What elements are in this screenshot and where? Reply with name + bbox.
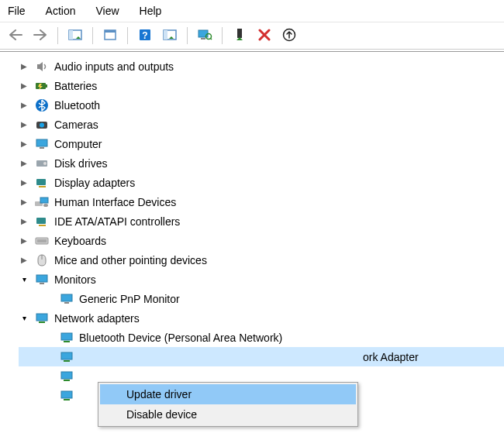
chevron-down-icon: ▾ xyxy=(19,313,29,324)
forward-button[interactable] xyxy=(29,26,51,46)
svg-rect-45 xyxy=(61,372,72,379)
back-button[interactable] xyxy=(5,26,26,46)
tree-label: Disk drives xyxy=(54,157,107,170)
delete-icon xyxy=(258,29,271,43)
tree-node-generic-monitor[interactable]: ▶ Generic PnP Monitor xyxy=(19,289,504,308)
help-button[interactable]: ? xyxy=(134,26,156,46)
scan-button[interactable] xyxy=(194,26,216,46)
svg-rect-15 xyxy=(46,84,47,88)
tree-label: Keyboards xyxy=(54,235,106,247)
menu-file[interactable]: File xyxy=(5,3,29,19)
svg-rect-44 xyxy=(64,360,70,362)
chevron-right-icon: ▶ xyxy=(19,100,29,111)
svg-rect-35 xyxy=(36,275,47,282)
tree-node-ide[interactable]: ▶ IDE ATA/ATAPI controllers xyxy=(19,211,504,231)
svg-rect-21 xyxy=(40,147,44,149)
tree-label-suffix: ork Adapter xyxy=(363,351,419,363)
tree-node-disk-drives[interactable]: ▶ Disk drives xyxy=(19,153,504,173)
svg-point-28 xyxy=(43,204,48,207)
svg-rect-30 xyxy=(39,225,46,226)
tree-node-computer[interactable]: ▶ Computer xyxy=(19,134,504,153)
svg-rect-42 xyxy=(64,341,70,342)
svg-rect-40 xyxy=(39,321,45,323)
menu-action[interactable]: Action xyxy=(43,3,79,19)
svg-rect-3 xyxy=(105,30,116,33)
network-adapter-icon xyxy=(59,330,74,345)
chevron-right-icon: ▶ xyxy=(19,197,29,208)
network-adapter-icon xyxy=(59,369,74,384)
chevron-right-icon: ▶ xyxy=(19,139,29,150)
mouse-icon xyxy=(34,253,50,268)
enable-device-icon xyxy=(233,28,246,44)
chevron-right-icon: ▶ xyxy=(19,177,29,188)
svg-point-23 xyxy=(43,162,47,165)
svg-rect-24 xyxy=(36,179,46,185)
network-adapter-icon xyxy=(34,311,50,326)
scan-hardware-icon xyxy=(197,29,212,43)
svg-rect-38 xyxy=(64,302,69,304)
showhide-button[interactable] xyxy=(64,26,86,46)
svg-rect-31 xyxy=(36,238,48,244)
svg-rect-43 xyxy=(61,352,72,359)
keyboard-icon xyxy=(34,233,50,249)
update-button[interactable] xyxy=(278,26,300,46)
svg-rect-9 xyxy=(201,38,205,40)
update-icon xyxy=(282,28,296,44)
help-icon: ? xyxy=(138,28,152,44)
ctx-update-driver[interactable]: Update driver xyxy=(100,384,356,404)
menu-help[interactable]: Help xyxy=(136,3,165,19)
svg-rect-7 xyxy=(164,30,167,40)
tree-node-bt-pan[interactable]: ▶ Bluetooth Device (Personal Area Networ… xyxy=(19,328,504,347)
tree-node-display-adapters[interactable]: ▶ Display adapters xyxy=(19,173,504,192)
tree-node-cameras[interactable]: ▶ Cameras xyxy=(19,115,504,134)
network-adapter-icon xyxy=(59,349,74,365)
tree-label: Display adapters xyxy=(54,177,135,189)
monitor-icon xyxy=(34,272,50,287)
tree-node-keyboards[interactable]: ▶ Keyboards xyxy=(19,231,504,250)
speaker-icon xyxy=(34,59,50,74)
tree-label: Batteries xyxy=(54,80,97,92)
tree-node-monitors[interactable]: ▾ Monitors xyxy=(19,270,504,289)
forward-arrow-icon xyxy=(33,29,47,43)
tree-label: Human Interface Devices xyxy=(54,196,176,208)
toolbar: ? xyxy=(0,22,504,50)
tree-label: Network adapters xyxy=(54,312,140,325)
ctx-disable-device[interactable]: Disable device xyxy=(100,404,356,425)
svg-rect-41 xyxy=(61,333,72,340)
chevron-down-icon: ▾ xyxy=(19,274,29,285)
showhide-icon xyxy=(68,29,82,43)
chevron-right-icon: ▶ xyxy=(19,61,29,72)
svg-rect-48 xyxy=(64,399,70,400)
monitor-icon xyxy=(34,136,50,152)
svg-rect-27 xyxy=(40,198,48,203)
enable-button[interactable] xyxy=(229,26,250,46)
svg-rect-12 xyxy=(237,29,242,38)
svg-rect-36 xyxy=(40,283,44,284)
tree-node-batteries[interactable]: ▶ Batteries xyxy=(19,76,504,95)
tree-label: Cameras xyxy=(54,119,98,131)
back-arrow-icon xyxy=(9,29,22,43)
disk-icon xyxy=(34,156,50,171)
svg-text:?: ? xyxy=(142,30,147,41)
svg-line-11 xyxy=(211,38,212,40)
context-menu: Update driver Disable device xyxy=(98,382,358,427)
tree-node-selected-adapter[interactable]: ▶ ork Adapter xyxy=(19,347,504,366)
menu-view[interactable]: View xyxy=(92,3,122,19)
svg-rect-29 xyxy=(36,218,46,224)
tree-label: IDE ATA/ATAPI controllers xyxy=(54,215,180,228)
hid-icon xyxy=(34,194,50,210)
tree-node-hid[interactable]: ▶ Human Interface Devices xyxy=(19,192,504,211)
export-button[interactable] xyxy=(99,26,121,46)
tree-node-bluetooth[interactable]: ▶ Bluetooth xyxy=(19,95,504,115)
export-icon xyxy=(103,29,117,43)
tree-node-audio[interactable]: ▶ Audio inputs and outputs xyxy=(19,57,504,76)
tree-node-network-adapters[interactable]: ▾ Network adapters xyxy=(19,308,504,328)
camera-icon xyxy=(34,117,50,132)
display-adapter-icon xyxy=(34,175,50,191)
refresh-button[interactable] xyxy=(159,26,181,46)
toolbar-separator xyxy=(222,27,223,44)
tree-node-mice[interactable]: ▶ Mice and other pointing devices xyxy=(19,250,504,270)
delete-button[interactable] xyxy=(254,26,275,46)
device-tree: ▶ Audio inputs and outputs ▶ Batteries ▶… xyxy=(0,51,504,440)
bluetooth-icon xyxy=(34,98,50,113)
